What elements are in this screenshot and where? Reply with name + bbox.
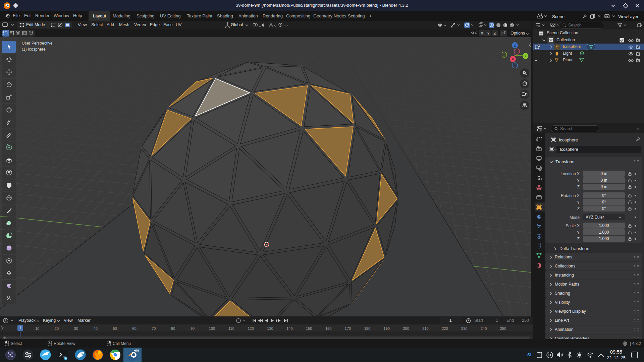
svg-text:Z: Z: [514, 43, 516, 47]
svg-text:X: X: [512, 57, 514, 61]
svg-text:Y: Y: [524, 54, 527, 58]
